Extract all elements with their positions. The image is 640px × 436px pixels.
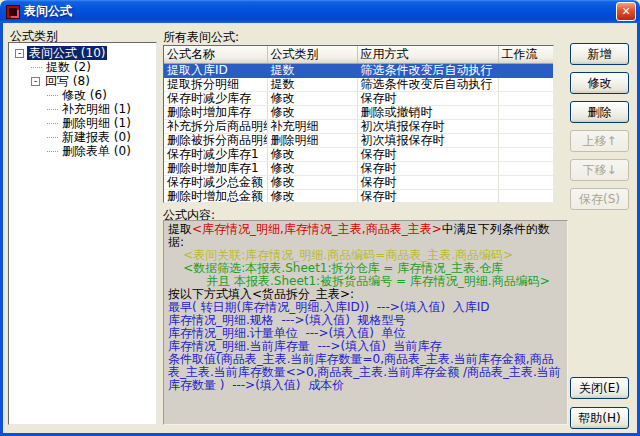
table-cell: 删除时增加库存1 [164, 162, 267, 176]
tree-item-label: 回写 (8) [43, 74, 92, 88]
table-cell: 删除时增加总金额 [164, 190, 267, 204]
side-button-group: 新增修改删除上移↑下移↓保存(S) [570, 43, 629, 210]
app-icon [6, 5, 20, 19]
table-cell: 初次填报保存时 [357, 134, 498, 148]
modify-button[interactable]: 修改 [570, 72, 629, 94]
formula-line: 条件取值(商品表_主表.当前库存数量=0,商品表_主表.当前库存金额,商品表_主… [168, 353, 563, 392]
tree-item[interactable]: 提数 (2) [9, 60, 156, 74]
table-cell: 删除或撤销时 [357, 106, 498, 120]
table-row[interactable]: 删除被拆分商品明细删除明细初次填报保存时 [164, 134, 554, 148]
table-cell: 提取拆分明细 [164, 78, 267, 92]
tree-item-label: 修改 (6) [60, 88, 109, 102]
table-cell: 保存时 [357, 92, 498, 106]
move-up-button: 上移↑ [570, 130, 629, 152]
move-down-button: 下移↓ [570, 159, 629, 181]
title-bar[interactable]: 表间公式 ✕ [0, 0, 640, 23]
tree-item-label: 表间公式 (10) [27, 46, 107, 60]
table-cell: 修改 [267, 106, 357, 120]
table-cell [498, 64, 554, 78]
table-cell [498, 106, 554, 120]
delete-button[interactable]: 删除 [570, 101, 629, 123]
tree-item-label: 新建报表 (0) [60, 130, 133, 144]
table-cell: 保存时减少库存 [164, 92, 267, 106]
bottom-button-group: 关闭(E)帮助(H) [570, 377, 629, 429]
tree-connector [47, 123, 58, 124]
window-title: 表间公式 [24, 3, 616, 20]
tree-item[interactable]: 删除明细 (1) [9, 116, 156, 130]
table-cell [498, 162, 554, 176]
formula-line: 提取<库存情况_明细,库存情况_主表,商品表_主表>中满足下列条件的数据: [168, 223, 563, 249]
tree-connector [47, 151, 58, 152]
table-cell: 修改 [267, 92, 357, 106]
table-cell: 初次填报保存时 [357, 120, 498, 134]
formula-content-box: 提取<库存情况_明细,库存情况_主表,商品表_主表>中满足下列条件的数据: <表… [163, 220, 568, 425]
table-row[interactable]: 删除时增加总金额修改保存时 [164, 190, 554, 204]
tree-item[interactable]: 修改 (6) [9, 88, 156, 102]
tree-connector [47, 95, 58, 96]
save-button: 保存(S) [570, 188, 629, 210]
close-button[interactable]: 关闭(E) [570, 377, 629, 399]
column-header[interactable]: 工作流 [498, 46, 554, 64]
table-cell [498, 148, 554, 162]
table-row[interactable]: 提取入库ID提数筛选条件改变后自动执行 [164, 64, 554, 78]
table-cell: 保存时 [357, 162, 498, 176]
table-cell: 修改 [267, 148, 357, 162]
table-cell: 保存时减少总金额 [164, 176, 267, 190]
table-cell: 补充明细 [267, 120, 357, 134]
table-cell [498, 92, 554, 106]
table-cell: 筛选条件改变后自动执行 [357, 64, 498, 78]
table-cell [498, 190, 554, 204]
table-cell [498, 120, 554, 134]
tree-item-label: 补充明细 (1) [60, 102, 133, 116]
table-cell: 提数 [267, 64, 357, 78]
table-cell: 保存时减少库存1 [164, 148, 267, 162]
tree-item[interactable]: 新建报表 (0) [9, 130, 156, 144]
table-row[interactable]: 提取拆分明细提数筛选条件改变后自动执行 [164, 78, 554, 92]
tree-connector [47, 109, 58, 110]
table-body: 提取入库ID提数筛选条件改变后自动执行提取拆分明细提数筛选条件改变后自动执行保存… [164, 64, 554, 204]
table-row[interactable]: 删除时增加库存1修改保存时 [164, 162, 554, 176]
tree-item[interactable]: 删除表单 (0) [9, 144, 156, 158]
column-header[interactable]: 公式名称 [164, 46, 267, 64]
tree-item-label: 删除明细 (1) [60, 116, 133, 130]
table-cell: 修改 [267, 162, 357, 176]
formula-tree[interactable]: -表间公式 (10)提数 (2)-回写 (8)修改 (6)补充明细 (1)删除明… [8, 42, 157, 425]
tree-item[interactable]: 补充明细 (1) [9, 102, 156, 116]
table-row[interactable]: 保存时减少库存1修改保存时 [164, 148, 554, 162]
column-header[interactable]: 公式类别 [267, 46, 357, 64]
table-row[interactable]: 删除时增加库存修改删除或撤销时 [164, 106, 554, 120]
table-row[interactable]: 补充拆分后商品明细补充明细初次填报保存时 [164, 120, 554, 134]
table-row[interactable]: 保存时减少总金额修改保存时 [164, 176, 554, 190]
table-cell: 筛选条件改变后自动执行 [357, 78, 498, 92]
table-cell: 保存时 [357, 148, 498, 162]
table-cell: 删除时增加库存 [164, 106, 267, 120]
help-button[interactable]: 帮助(H) [570, 407, 629, 429]
add-button[interactable]: 新增 [570, 43, 629, 65]
tree-item-label: 提数 (2) [44, 60, 93, 74]
table-cell: 保存时 [357, 190, 498, 204]
tree-item-label: 删除表单 (0) [60, 144, 133, 158]
table-cell [498, 134, 554, 148]
tree-collapse-icon[interactable]: - [15, 49, 24, 58]
table-cell: 删除被拆分商品明细 [164, 134, 267, 148]
table-cell: 补充拆分后商品明细 [164, 120, 267, 134]
table-cell: 提取入库ID [164, 64, 267, 78]
close-icon[interactable]: ✕ [616, 2, 636, 21]
table-header-row: 公式名称公式类别应用方式工作流 [164, 46, 554, 64]
column-header[interactable]: 应用方式 [357, 46, 498, 64]
table-cell: 保存时 [357, 176, 498, 190]
formula-table-label: 所有表间公式: [163, 29, 239, 46]
tree-collapse-icon[interactable]: - [31, 77, 40, 86]
table-cell [498, 78, 554, 92]
tree-connector [47, 137, 58, 138]
table-cell: 修改 [267, 176, 357, 190]
table-cell: 提数 [267, 78, 357, 92]
tree-item[interactable]: -表间公式 (10) [9, 46, 156, 60]
table-cell: 删除明细 [267, 134, 357, 148]
tree-item[interactable]: -回写 (8) [9, 74, 156, 88]
formula-table[interactable]: 公式名称公式类别应用方式工作流 提取入库ID提数筛选条件改变后自动执行提取拆分明… [163, 45, 554, 203]
table-cell [498, 176, 554, 190]
window-border-left [0, 23, 3, 433]
table-row[interactable]: 保存时减少库存修改保存时 [164, 92, 554, 106]
table-cell: 修改 [267, 190, 357, 204]
